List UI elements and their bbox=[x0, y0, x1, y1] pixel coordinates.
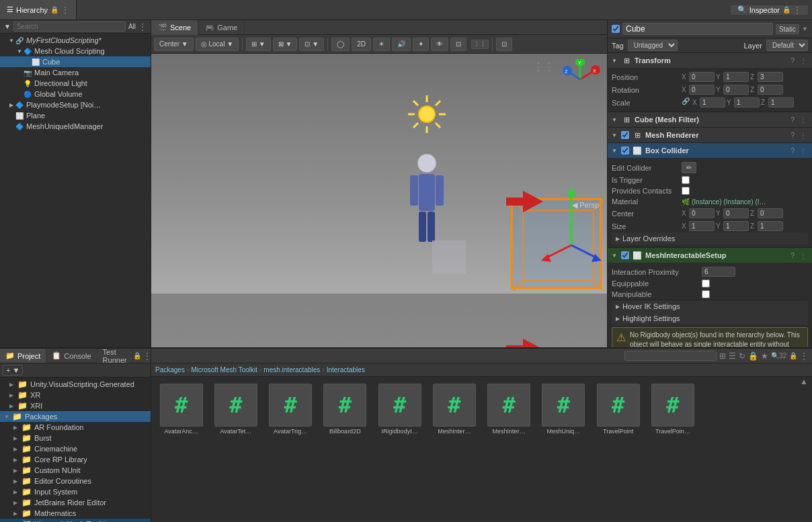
manipulable-checkbox[interactable] bbox=[702, 290, 710, 298]
breadcrumb-packages[interactable]: Packages bbox=[155, 366, 185, 374]
breadcrumb-mesh-interactables[interactable]: mesh.interactables bbox=[263, 366, 320, 374]
hierarchy-item-myfirstcloudscripting[interactable]: ▼ 🔗 MyFirstCloudScripting* bbox=[0, 35, 151, 46]
center-dropdown[interactable]: Center ▼ bbox=[154, 38, 194, 51]
mesh-renderer-enabled-checkbox[interactable] bbox=[621, 131, 629, 139]
icon-list-view[interactable]: ☰ bbox=[729, 351, 736, 361]
pos-y-input[interactable] bbox=[723, 72, 749, 82]
mesh-renderer-header[interactable]: ▼ ⊞ Mesh Renderer ? ⋮ bbox=[608, 128, 812, 142]
hidden-btn[interactable]: 👁 bbox=[431, 38, 448, 51]
project-tab[interactable]: 📁 Project bbox=[0, 349, 46, 363]
hierarchy-item-playmodesetup[interactable]: ▶ 🔷 PlaymodeSetup [Noi… bbox=[0, 99, 151, 110]
mesh-interactable-header[interactable]: ▼ ⬜ MeshInteractableSetup ? ⋮ bbox=[608, 248, 812, 263]
create-btn[interactable]: ▼ bbox=[4, 23, 11, 30]
sx-input[interactable] bbox=[689, 221, 715, 231]
file-tree-item-xri[interactable]: ▶ 📁 XRI bbox=[0, 400, 151, 411]
file-tree-item-xr[interactable]: ▶ 📁 XR bbox=[0, 390, 151, 400]
hierarchy-item-directionallight[interactable]: 💡 Directional Light bbox=[0, 78, 151, 89]
hierarchy-item-cube[interactable]: ⬜ Cube bbox=[0, 56, 151, 67]
asset-item[interactable]: # AvatarAnc… bbox=[155, 381, 207, 437]
layer-overrides-row[interactable]: ▶ Layer Overrides bbox=[612, 232, 808, 245]
asset-item[interactable]: # MeshUniq… bbox=[538, 381, 590, 437]
file-tree-item-cinemachine[interactable]: ▶ 📁 Cinemachine bbox=[0, 443, 151, 454]
audio-btn[interactable]: 🔊 bbox=[392, 38, 411, 51]
pos-x-input[interactable] bbox=[689, 72, 715, 82]
provides-contacts-checkbox[interactable] bbox=[682, 187, 690, 195]
cx-input[interactable] bbox=[689, 208, 715, 218]
mesh-filter-help-btn[interactable]: ? bbox=[789, 116, 796, 124]
box-collider-more-btn[interactable]: ⋮ bbox=[799, 147, 808, 155]
assets-search-input[interactable] bbox=[624, 351, 717, 361]
asset-item[interactable]: # IRigidbodyI… bbox=[374, 381, 425, 437]
pos-z-input[interactable] bbox=[758, 72, 783, 82]
search-btn[interactable]: ⊡ ▼ bbox=[299, 38, 324, 51]
inspector-tab[interactable]: 🔍 Inspector 🔒 ⋮ bbox=[731, 5, 808, 15]
rot-y-input[interactable] bbox=[723, 85, 749, 95]
scene-gizmo[interactable]: X Y Z bbox=[560, 59, 600, 101]
static-button[interactable]: Static bbox=[776, 24, 799, 34]
icon-star[interactable]: ★ bbox=[761, 351, 768, 361]
all-label[interactable]: All bbox=[128, 23, 136, 30]
interaction-proximity-input[interactable] bbox=[702, 267, 735, 277]
asset-item[interactable]: # Billboard2D bbox=[319, 381, 371, 437]
file-tree-item-packages[interactable]: ▼ 📁 Packages bbox=[0, 411, 151, 422]
transform-help-btn[interactable]: ? bbox=[789, 57, 796, 64]
scroll-up-indicator[interactable]: ▲ bbox=[800, 377, 808, 386]
local-dropdown[interactable]: ◎ Local ▼ bbox=[196, 38, 239, 51]
file-tree-item-visualscripting[interactable]: ▶ 📁 Unity.VisualScripting.Generated bbox=[0, 379, 151, 390]
scene-tab[interactable]: 🎬 Scene bbox=[151, 20, 198, 35]
cy-input[interactable] bbox=[723, 208, 749, 218]
sy-input[interactable] bbox=[723, 221, 749, 231]
hierarchy-more2[interactable]: ⋮ bbox=[138, 22, 147, 32]
overlay-menu-dots[interactable]: ⋮⋮ bbox=[533, 60, 555, 73]
2d-btn[interactable]: 2D bbox=[352, 38, 371, 51]
breadcrumb-mesh-toolkit[interactable]: Microsoft Mesh Toolkit bbox=[191, 366, 257, 374]
cz-input[interactable] bbox=[758, 208, 783, 218]
file-tree-item-arfoundation[interactable]: ▶ 📁 AR Foundation bbox=[0, 422, 151, 433]
hierarchy-item-meshuniquemanager[interactable]: 🔷 MeshUniqueIdManager bbox=[0, 121, 151, 132]
scale-z-input[interactable] bbox=[768, 97, 794, 107]
asset-item[interactable]: # MeshInter… bbox=[428, 381, 480, 437]
object-enabled-checkbox[interactable] bbox=[612, 25, 620, 33]
inspector-more-icon[interactable]: ⋮ bbox=[793, 5, 801, 15]
file-tree-item-customnunit[interactable]: ▶ 📁 Custom NUnit bbox=[0, 465, 151, 476]
mesh-filter-more-btn[interactable]: ⋮ bbox=[799, 116, 808, 124]
hierarchy-more-icon[interactable]: ⋮ bbox=[61, 5, 69, 15]
mesh-renderer-more-btn[interactable]: ⋮ bbox=[799, 132, 808, 139]
mesh-interactable-help-btn[interactable]: ? bbox=[789, 252, 796, 259]
sz-input[interactable] bbox=[758, 221, 783, 231]
edit-collider-button[interactable]: ✏ bbox=[682, 162, 696, 173]
file-tree-add-btn[interactable]: + ▼ bbox=[3, 365, 23, 376]
file-tree-item-editorcoroutines[interactable]: ▶ 📁 Editor Coroutines bbox=[0, 476, 151, 486]
box-collider-enabled-checkbox[interactable] bbox=[621, 146, 629, 155]
snap-btn[interactable]: ⊠ ▼ bbox=[273, 38, 298, 51]
scale-y-input[interactable] bbox=[734, 97, 760, 107]
mesh-interactable-enabled-checkbox[interactable] bbox=[621, 251, 629, 259]
icon-lock2[interactable]: 🔒 bbox=[748, 351, 758, 361]
light-btn[interactable]: ☀ bbox=[373, 38, 390, 51]
hierarchy-item-globalvolume[interactable]: 🔵 Global Volume bbox=[0, 89, 151, 99]
hover-ik-row[interactable]: ▶ Hover IK Settings bbox=[612, 300, 808, 312]
hierarchy-item-maincamera[interactable]: 📷 Main Camera bbox=[0, 67, 151, 78]
equippable-checkbox[interactable] bbox=[702, 279, 710, 288]
icon-refresh[interactable]: ↻ bbox=[739, 351, 745, 361]
mesh-filter-header[interactable]: ▼ ⊞ Cube (Mesh Filter) ? ⋮ bbox=[608, 112, 812, 127]
hierarchy-search-input[interactable] bbox=[13, 21, 126, 32]
panel-more-icon[interactable]: ⋮ bbox=[143, 351, 151, 361]
file-tree-item-jetbrainsrider[interactable]: ▶ 📁 JetBrains Rider Editor bbox=[0, 497, 151, 508]
static-dropdown-icon[interactable]: ▼ bbox=[802, 26, 808, 32]
file-tree-item-inputsystem[interactable]: ▶ 📁 Input System bbox=[0, 486, 151, 497]
panel-more-bottom[interactable]: ⋮ bbox=[800, 351, 808, 361]
fx-btn[interactable]: ✦ bbox=[413, 38, 429, 51]
grid-btn[interactable]: ⊞ ▼ bbox=[246, 38, 271, 51]
asset-item[interactable]: # TravelPoint bbox=[592, 381, 644, 437]
file-tree-item-meshtoolkit[interactable]: ▶ 📁 Microsoft Mesh Toolkit bbox=[0, 519, 151, 522]
breadcrumb-interactables[interactable]: Interactables bbox=[327, 366, 365, 374]
transform-more-btn[interactable]: ⋮ bbox=[799, 57, 808, 64]
console-tab[interactable]: 📋 Console bbox=[46, 349, 97, 363]
box-collider-header[interactable]: ▼ ⬜ Box Collider ? ⋮ bbox=[608, 143, 812, 158]
asset-item[interactable]: # TravelPoin… bbox=[647, 381, 698, 437]
asset-item[interactable]: # AvatarTet… bbox=[210, 381, 261, 437]
overlay-dots[interactable]: ⋮⋮ bbox=[471, 40, 489, 49]
mesh-renderer-help-btn[interactable]: ? bbox=[789, 132, 796, 139]
scene-view[interactable]: ◀ Persp X Y Z bbox=[151, 54, 607, 347]
